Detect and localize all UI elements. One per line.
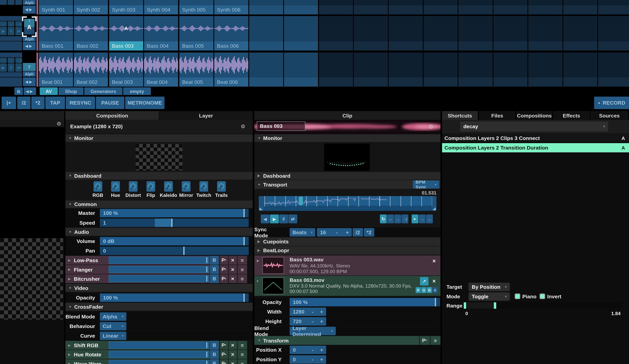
close-icon[interactable]: ×: [432, 258, 436, 264]
mode-dropdown[interactable]: Toggle ▾: [469, 292, 510, 301]
bypass-button[interactable]: B: [210, 359, 219, 364]
shortcut-list-item[interactable]: Composition Layers 2 Clips 3 Connect A: [442, 134, 629, 143]
range-max-handle[interactable]: [494, 302, 496, 309]
clip-cell[interactable]: [179, 16, 213, 41]
section-beatloopr[interactable]: ▶BeatLoopr: [254, 246, 441, 254]
empty-cells[interactable]: [249, 41, 319, 50]
pause-icon[interactable]: ‖: [8, 27, 14, 35]
pause-icon[interactable]: ‖: [8, 63, 14, 72]
dashboard-knob-kaleido[interactable]: [164, 181, 173, 192]
decrement[interactable]: -: [312, 355, 314, 364]
clip-label[interactable]: Bass 004: [144, 41, 178, 50]
toolbar-resync-button[interactable]: RESYNC: [66, 97, 95, 109]
clip-cell[interactable]: [144, 0, 178, 5]
clip-cell[interactable]: [214, 16, 248, 41]
increment[interactable]: +: [320, 317, 323, 326]
behaviour-dropdown[interactable]: Cut▾: [100, 322, 126, 330]
loop-mode-button[interactable]: ↻: [380, 215, 387, 223]
channel-r-button[interactable]: R: [416, 287, 421, 293]
effect-row-wave-warp[interactable]: ▶ Wave Warp B P▾ × ≡: [65, 359, 247, 364]
tab-effects[interactable]: Effects: [553, 111, 590, 120]
layer-synth-alpha-button[interactable]: Alph: [23, 0, 36, 5]
preset-button[interactable]: P▾: [219, 256, 228, 265]
clip-label-selected[interactable]: Bass 003: [109, 41, 143, 50]
decrement[interactable]: -: [312, 346, 314, 354]
close-icon[interactable]: ×: [228, 265, 237, 274]
tab-sources[interactable]: Sources: [591, 111, 628, 120]
clip-cell[interactable]: [144, 53, 178, 77]
toolbar-half-tempo-button[interactable]: /2: [17, 97, 30, 109]
bypass-button[interactable]: B: [210, 350, 219, 359]
collapse-icon[interactable]: ▼: [256, 279, 259, 283]
layer-beat-alpha-button[interactable]: Alph: [23, 71, 36, 77]
position-y-numbox[interactable]: 0 - +: [290, 355, 326, 364]
invert-checkbox[interactable]: [540, 293, 545, 299]
dashboard-knob-rgb[interactable]: [94, 181, 102, 192]
pause-button[interactable]: ‖: [279, 215, 288, 223]
effect-mix-slider[interactable]: [109, 257, 209, 264]
section-crossfader[interactable]: ▼CrossFader: [65, 303, 253, 311]
dashboard-knob-distort[interactable]: [129, 181, 138, 192]
deck-tab-shop[interactable]: Shop: [58, 87, 83, 95]
menu-icon[interactable]: ≡: [237, 359, 247, 364]
bounce-icon[interactable]: ↔: [0, 58, 7, 63]
master-slider[interactable]: 100 %: [100, 209, 249, 217]
play-forward-button[interactable]: ▶: [270, 215, 279, 223]
clip-cell[interactable]: [39, 53, 73, 77]
clip-cell-active[interactable]: A: [109, 16, 143, 41]
layer-synth-skip-buttons[interactable]: ◀▶: [23, 6, 36, 14]
section-cuepoints[interactable]: ▶Cuepoints: [254, 237, 441, 246]
menu-icon[interactable]: ≡: [237, 265, 247, 274]
close-icon[interactable]: ×: [228, 341, 237, 350]
beats-numbox[interactable]: 16 - +: [317, 228, 352, 237]
effect-row-bitcrusher[interactable]: ▶ Bitcrusher B P▾ × ≡: [65, 274, 247, 283]
speed-slider[interactable]: 1: [100, 219, 249, 227]
clip-label[interactable]: Bass 002: [74, 41, 108, 50]
playhead[interactable]: [299, 196, 303, 205]
section-monitor[interactable]: ▼Monitor: [65, 134, 253, 142]
record-button[interactable]: ● RECORD: [594, 97, 629, 109]
empty-cells[interactable]: [249, 16, 319, 41]
toolbar-double-tempo-button[interactable]: *2: [31, 97, 45, 109]
layer-beat-thumb-toggle[interactable]: T: [23, 63, 36, 71]
deck-tab-av[interactable]: AV: [40, 87, 58, 95]
pan-slider[interactable]: 0: [100, 246, 249, 255]
play-icon[interactable]: ▶: [0, 27, 7, 35]
audio-file-row[interactable]: ▶ Bass 003.wav WAV file, 44.100kHz, Ster…: [254, 255, 441, 275]
clip-cell[interactable]: [109, 0, 143, 5]
clip-label[interactable]: Beat 004: [144, 77, 178, 87]
effect-row-hue-rotate[interactable]: ▶ Hue Rotate B P▾ × ≡: [65, 350, 247, 359]
section-common[interactable]: ▼Common: [65, 201, 253, 208]
deck-tab-empty[interactable]: empty: [123, 87, 151, 95]
close-icon[interactable]: ×: [228, 359, 237, 364]
play-backward-button[interactable]: ◀: [261, 215, 270, 223]
halve-beats-button[interactable]: /2: [353, 228, 363, 237]
increment[interactable]: +: [346, 228, 349, 237]
clip-label[interactable]: Synth 003: [109, 5, 143, 14]
close-icon[interactable]: ×: [432, 278, 436, 284]
increment[interactable]: +: [320, 346, 323, 354]
effect-row-lowpass[interactable]: ▶ Low-Pass B P▾ × ≡: [65, 256, 247, 265]
empty-cells[interactable]: [249, 77, 319, 87]
tab-layer[interactable]: Layer: [159, 111, 253, 120]
clip-cell[interactable]: [214, 0, 248, 5]
effect-row-flanger[interactable]: ▶ Flanger B P▾ × ≡: [65, 265, 247, 274]
clip-opacity-slider[interactable]: 100 %: [290, 298, 440, 306]
section-clip-dashboard[interactable]: ▶Dashboard: [254, 172, 441, 180]
clip-label[interactable]: Bass 005: [179, 41, 213, 50]
decrement[interactable]: -: [312, 317, 314, 326]
piano-checkbox[interactable]: [515, 293, 520, 299]
clip-label[interactable]: Beat 003: [109, 77, 143, 87]
deck-skip-buttons[interactable]: ◀▶: [24, 87, 36, 95]
clip-cell[interactable]: [74, 53, 108, 77]
double-beats-button[interactable]: *2: [364, 228, 374, 237]
effect-mix-slider[interactable]: [109, 266, 209, 273]
tab-clip[interactable]: Clip: [254, 111, 441, 120]
gear-icon[interactable]: ⚙: [241, 123, 245, 130]
close-icon[interactable]: ×: [228, 274, 237, 283]
width-numbox[interactable]: 1280 - +: [290, 308, 326, 316]
clip-cell[interactable]: [74, 0, 108, 5]
dashboard-knob-twitch[interactable]: [199, 181, 208, 192]
trigger-style-button-2[interactable]: →: [419, 215, 426, 223]
channel-b-button[interactable]: B: [427, 287, 432, 293]
